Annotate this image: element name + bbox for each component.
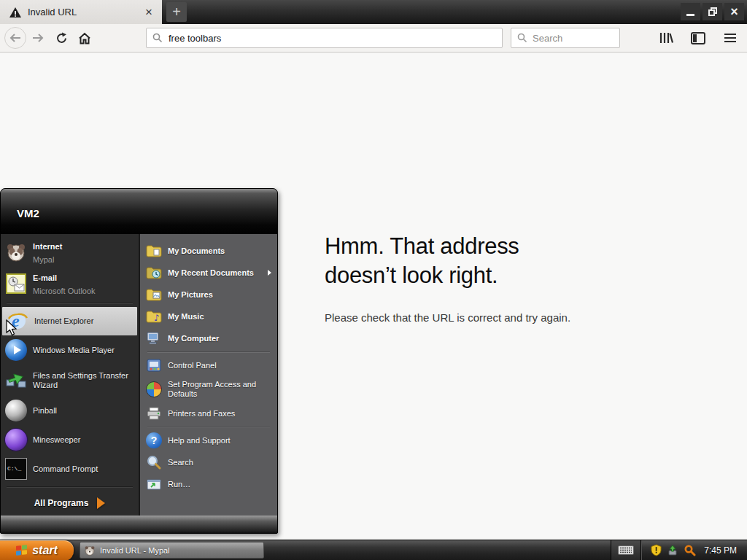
start-menu-pinned-column: Internet Mypal E-mail Microsoft Outlook bbox=[1, 234, 139, 516]
media-player-icon bbox=[5, 339, 27, 361]
keyboard-icon bbox=[618, 545, 634, 555]
warning-icon bbox=[9, 7, 22, 18]
search-menu-icon bbox=[146, 454, 162, 470]
start-menu-places-column: My Documents My Recent Documents bbox=[139, 234, 277, 516]
start-button[interactable]: start bbox=[0, 540, 74, 560]
separator bbox=[7, 303, 133, 304]
error-page-title: Hmm. That address doesn’t look right. bbox=[325, 232, 552, 290]
hamburger-menu-icon bbox=[724, 33, 737, 43]
start-item-program-access[interactable]: Set Program Access and Defaults bbox=[140, 376, 277, 403]
menu-button[interactable] bbox=[719, 26, 741, 50]
forward-button[interactable] bbox=[26, 26, 50, 50]
taskbar-task-mypal[interactable]: Invalid URL - Mypal bbox=[80, 542, 264, 559]
windows-logo-icon bbox=[16, 545, 27, 556]
new-tab-button[interactable]: + bbox=[166, 2, 187, 22]
search-icon bbox=[152, 33, 163, 43]
back-arrow-icon bbox=[9, 33, 22, 43]
desktop: Invalid URL × + × bbox=[0, 0, 747, 560]
start-menu-header: VM2 bbox=[1, 189, 277, 234]
security-shield-icon[interactable] bbox=[651, 544, 662, 556]
user-name: VM2 bbox=[17, 207, 39, 219]
language-bar[interactable] bbox=[611, 540, 641, 560]
start-item-transfer-wizard[interactable]: Files and Settings Transfer Wizard bbox=[1, 365, 139, 396]
library-button[interactable] bbox=[655, 26, 677, 50]
all-programs-button[interactable]: All Programs bbox=[1, 491, 139, 516]
browser-title-bar: Invalid URL × + × bbox=[0, 0, 747, 24]
mypal-icon bbox=[5, 241, 27, 263]
start-menu: VM2 Internet Mypal bbox=[0, 188, 278, 534]
url-input-value: free toolbars bbox=[169, 33, 221, 44]
pinball-icon bbox=[5, 400, 27, 421]
command-prompt-icon: C:\_ bbox=[5, 458, 27, 480]
search-placeholder: Search bbox=[533, 33, 562, 44]
url-bar[interactable]: free toolbars bbox=[146, 28, 503, 48]
minimize-icon bbox=[686, 14, 694, 16]
sidebar-icon bbox=[691, 32, 705, 44]
separator bbox=[7, 486, 133, 488]
start-item-my-computer[interactable]: My Computer bbox=[140, 327, 277, 349]
all-programs-arrow-icon bbox=[97, 497, 105, 509]
close-button[interactable]: × bbox=[724, 3, 744, 20]
home-icon bbox=[78, 32, 91, 44]
safely-remove-hardware-icon[interactable] bbox=[667, 545, 678, 556]
reload-icon bbox=[55, 32, 68, 44]
restore-icon bbox=[708, 7, 717, 16]
sidebar-button[interactable] bbox=[687, 26, 709, 50]
back-button[interactable] bbox=[4, 27, 26, 49]
start-item-help[interactable]: ? Help and Support bbox=[140, 429, 277, 451]
control-panel-icon bbox=[146, 357, 162, 373]
start-item-command-prompt[interactable]: C:\_ Command Prompt bbox=[1, 454, 139, 483]
taskbar-clock: 7:45 PM bbox=[704, 545, 740, 556]
svg-text:♪: ♪ bbox=[154, 313, 160, 323]
start-item-printers[interactable]: Printers and Faxes bbox=[140, 403, 277, 424]
library-icon bbox=[659, 31, 673, 44]
recent-documents-icon bbox=[146, 265, 162, 281]
minimize-button[interactable] bbox=[681, 3, 700, 20]
reload-button[interactable] bbox=[50, 26, 73, 50]
my-pictures-icon bbox=[146, 287, 162, 303]
start-item-internet[interactable]: Internet Mypal bbox=[1, 237, 139, 268]
tab-title: Invalid URL bbox=[28, 7, 142, 18]
help-icon: ? bbox=[146, 432, 162, 448]
search-input[interactable]: Search bbox=[511, 28, 620, 48]
start-item-run[interactable]: Run… bbox=[140, 473, 277, 495]
separator bbox=[147, 351, 270, 353]
my-computer-icon bbox=[146, 330, 162, 346]
start-item-pinball[interactable]: Pinball bbox=[1, 396, 139, 425]
separator bbox=[147, 426, 270, 427]
outlook-icon bbox=[5, 273, 27, 295]
transfer-wizard-icon bbox=[5, 370, 27, 392]
start-item-my-pictures[interactable]: My Pictures bbox=[140, 284, 277, 306]
mypal-icon bbox=[84, 545, 96, 556]
error-page-message: Please check that the URL is correct and… bbox=[325, 311, 570, 324]
start-item-control-panel[interactable]: Control Panel bbox=[140, 355, 277, 376]
start-menu-footer bbox=[1, 516, 277, 534]
start-item-email[interactable]: E-mail Microsoft Outlook bbox=[1, 268, 139, 300]
search-icon bbox=[517, 33, 527, 43]
browser-toolbar: free toolbars Search bbox=[0, 24, 747, 52]
forward-arrow-icon bbox=[31, 33, 44, 43]
taskbar: start Invalid URL - Mypal bbox=[0, 540, 747, 560]
mouse-cursor bbox=[6, 319, 18, 337]
printers-icon bbox=[146, 405, 162, 421]
tray-search-icon[interactable] bbox=[684, 545, 696, 556]
submenu-arrow-icon bbox=[268, 270, 271, 276]
start-item-search[interactable]: Search bbox=[140, 451, 277, 473]
system-tray: 7:45 PM bbox=[611, 540, 747, 560]
tab-close-icon[interactable]: × bbox=[142, 5, 156, 20]
start-item-recent-documents[interactable]: My Recent Documents bbox=[140, 262, 277, 284]
run-icon bbox=[146, 476, 162, 492]
home-button[interactable] bbox=[73, 26, 96, 50]
start-item-internet-explorer[interactable]: e Internet Explorer bbox=[2, 307, 137, 336]
browser-tab[interactable]: Invalid URL × bbox=[0, 0, 162, 24]
my-documents-icon bbox=[146, 243, 162, 259]
start-item-my-music[interactable]: ♪ My Music bbox=[140, 306, 277, 327]
start-item-my-documents[interactable]: My Documents bbox=[140, 240, 277, 262]
minesweeper-icon bbox=[5, 429, 27, 451]
start-item-minesweeper[interactable]: Minesweeper bbox=[1, 425, 139, 454]
restore-button[interactable] bbox=[703, 3, 722, 20]
program-access-icon bbox=[146, 381, 162, 397]
close-icon: × bbox=[730, 5, 738, 18]
my-music-icon: ♪ bbox=[146, 308, 162, 324]
start-item-media-player[interactable]: Windows Media Player bbox=[1, 335, 139, 365]
